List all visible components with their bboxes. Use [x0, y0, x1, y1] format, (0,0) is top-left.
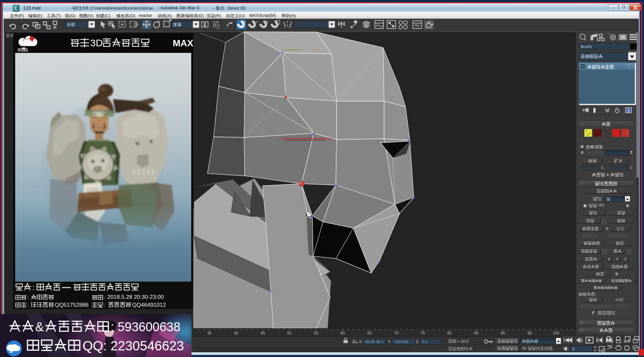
svg-text:.: .: [553, 346, 554, 351]
svg-text:: 593600638: : 593600638: [111, 320, 180, 334]
svg-text:QQ46491012: QQ46491012: [132, 302, 166, 308]
svg-text:: 2018.5.28 20:30-23:00: : 2018.5.28 20:30-23:00: [104, 294, 164, 300]
svg-text:QQ: 2230546623: QQ: 2230546623: [83, 338, 184, 353]
svg-text:= 10.0: = 10.0: [457, 339, 469, 344]
svg-text::: :: [32, 283, 35, 292]
svg-text:QQ51752886: QQ51752886: [55, 302, 89, 308]
svg-text::: :: [104, 302, 106, 308]
svg-text::: :: [27, 302, 29, 308]
svg-text::: :: [27, 294, 29, 300]
svg-text:0: 0: [572, 347, 575, 351]
svg-text:&: &: [35, 320, 44, 334]
